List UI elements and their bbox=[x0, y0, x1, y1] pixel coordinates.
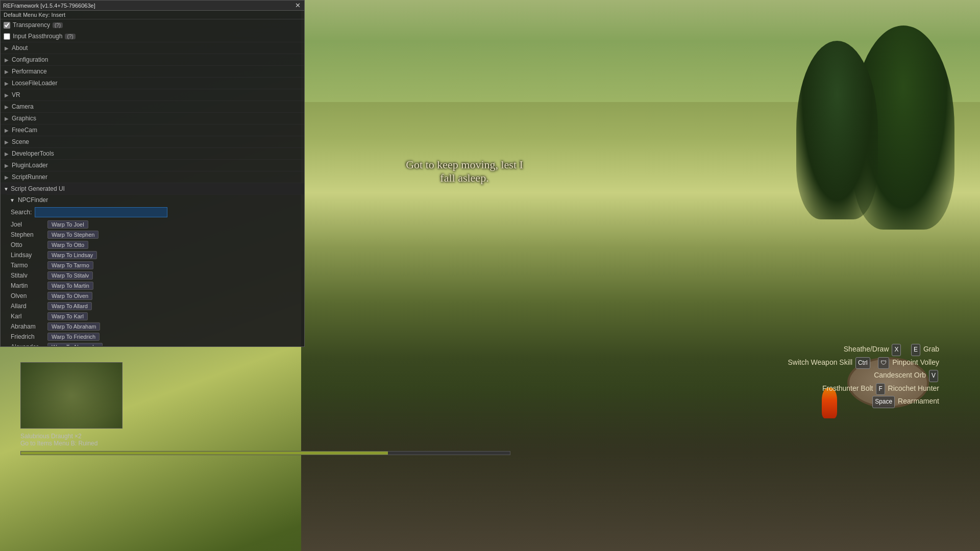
menu-item-vr[interactable]: ▶ VR bbox=[1, 89, 304, 101]
arrow-icon-camera: ▶ bbox=[5, 104, 9, 110]
arrow-icon-loosefileloader: ▶ bbox=[5, 81, 9, 86]
list-item: Stitalv Warp To Stitalv bbox=[7, 270, 304, 281]
arrow-icon-performance: ▶ bbox=[5, 69, 9, 74]
arrow-icon-about: ▶ bbox=[5, 45, 9, 51]
npc-name-martin: Martin bbox=[11, 282, 47, 289]
menu-item-about[interactable]: ▶ About bbox=[1, 42, 304, 54]
arrow-icon-developertools: ▶ bbox=[5, 151, 9, 157]
warp-button-alexander[interactable]: Warp To Alexander bbox=[47, 343, 103, 346]
menu-item-freecam[interactable]: ▶ FreeCam bbox=[1, 124, 304, 136]
window-title: REFramework [v1.5.4+75-7966063e] bbox=[3, 3, 95, 9]
hud-grab-label: Grab bbox=[923, 345, 939, 353]
hud-sheathe-row: Sheathe/Draw X E Grab bbox=[788, 343, 939, 356]
input-passthrough-hint: (?) bbox=[65, 34, 75, 39]
hud-overlay: Sheathe/Draw X E Grab Switch Weapon Skil… bbox=[788, 343, 939, 408]
search-label: Search: bbox=[11, 209, 32, 216]
hud-frosthunter-label: Frosthunter Bolt bbox=[822, 384, 873, 392]
default-menu-key: Default Menu Key: Insert bbox=[1, 11, 304, 19]
arrow-icon-npcfinder: ▼ bbox=[10, 197, 15, 203]
warp-button-joel[interactable]: Warp To Joel bbox=[47, 220, 88, 229]
warp-button-allard[interactable]: Warp To Allard bbox=[47, 302, 92, 310]
script-generated-ui-label: Script Generated UI bbox=[11, 185, 65, 192]
menu-label-about: About bbox=[12, 44, 28, 52]
hud-weapon-skill-label: Switch Weapon Skill bbox=[788, 358, 852, 366]
list-item: Martin Warp To Martin bbox=[7, 281, 304, 291]
hud-shield-icon: 🛡 bbox=[878, 357, 889, 369]
transparency-row[interactable]: Transparency (?) bbox=[1, 19, 304, 31]
input-passthrough-label: Input Passthrough bbox=[13, 33, 62, 40]
warp-button-tarmo[interactable]: Warp To Tarmo bbox=[47, 261, 93, 269]
menu-label-performance: Performance bbox=[12, 68, 47, 75]
warp-button-karl[interactable]: Warp To Karl bbox=[47, 312, 88, 320]
hud-candescent-label: Candescent Orb bbox=[874, 371, 926, 379]
reframework-panel: REFramework [v1.5.4+75-7966063e] ✕ Defau… bbox=[0, 0, 305, 347]
game-subtitle: Got to keep moving, lest I fall asleep. bbox=[322, 158, 607, 185]
menu-label-pluginloader: PluginLoader bbox=[12, 162, 48, 169]
menu-item-pluginloader[interactable]: ▶ PluginLoader bbox=[1, 159, 304, 171]
arrow-icon-graphics: ▶ bbox=[5, 116, 9, 121]
menu-label-freecam: FreeCam bbox=[12, 127, 37, 134]
script-generated-ui-header[interactable]: ▼ Script Generated UI bbox=[1, 183, 304, 194]
bottom-bar-line1: Salubrious Draught ×2 bbox=[20, 433, 490, 440]
menu-label-developertools: DeveloperTools bbox=[12, 150, 54, 157]
npc-name-stitalv: Stitalv bbox=[11, 272, 47, 279]
menu-item-performance[interactable]: ▶ Performance bbox=[1, 65, 304, 77]
npc-name-joel: Joel bbox=[11, 221, 47, 228]
menu-item-configuration[interactable]: ▶ Configuration bbox=[1, 54, 304, 65]
minimap-inner bbox=[21, 363, 122, 428]
menu-label-configuration: Configuration bbox=[12, 56, 48, 63]
menu-item-camera[interactable]: ▶ Camera bbox=[1, 101, 304, 112]
hud-ricochet-label: Ricochet Hunter bbox=[888, 384, 939, 392]
warp-button-lindsay[interactable]: Warp To Lindsay bbox=[47, 251, 97, 259]
bottom-bar-line2: Go to Items Menu B: Ruined bbox=[20, 440, 490, 447]
list-item: Friedrich Warp To Friedrich bbox=[7, 332, 304, 342]
list-item: Alexander Warp To Alexander bbox=[7, 342, 304, 346]
warp-button-abraham[interactable]: Warp To Abraham bbox=[47, 322, 100, 331]
npc-name-alexander: Alexander bbox=[11, 343, 47, 346]
npc-name-tarmo: Tarmo bbox=[11, 262, 47, 269]
menu-item-scene[interactable]: ▶ Scene bbox=[1, 136, 304, 147]
hud-rearmament-label: Rearmament bbox=[898, 397, 939, 405]
hud-weapon-skill-row: Switch Weapon Skill Ctrl 🛡 Pinpoint Voll… bbox=[788, 356, 939, 369]
warp-button-otto[interactable]: Warp To Otto bbox=[47, 241, 88, 249]
search-input[interactable] bbox=[35, 207, 167, 217]
transparency-checkbox[interactable] bbox=[4, 22, 10, 29]
warp-button-martin[interactable]: Warp To Martin bbox=[47, 282, 93, 290]
arrow-icon-freecam: ▶ bbox=[5, 128, 9, 133]
list-item: Allard Warp To Allard bbox=[7, 301, 304, 311]
hud-sheathe-label: Sheathe/Draw bbox=[844, 345, 889, 353]
menu-item-scriptrunner[interactable]: ▶ ScriptRunner bbox=[1, 171, 304, 183]
menu-content: Transparency (?) Input Passthrough (?) ▶… bbox=[1, 19, 304, 346]
hud-key-f: F bbox=[876, 383, 885, 395]
transparency-hint: (?) bbox=[53, 22, 63, 28]
input-passthrough-checkbox[interactable] bbox=[4, 33, 10, 40]
hud-candescent-row: Candescent Orb V bbox=[788, 369, 939, 382]
list-item: Otto Warp To Otto bbox=[7, 240, 304, 250]
hud-pinpoint-label: Pinpoint Volley bbox=[892, 358, 939, 366]
list-item: Tarmo Warp To Tarmo bbox=[7, 260, 304, 270]
warp-button-stephen[interactable]: Warp To Stephen bbox=[47, 231, 99, 239]
hud-frosthunter-row: Frosthunter Bolt F Ricochet Hunter bbox=[788, 382, 939, 395]
hud-rearmament-row: Space Rearmament bbox=[788, 395, 939, 408]
menu-item-loosefileloader[interactable]: ▶ LooseFileLoader bbox=[1, 77, 304, 89]
close-button[interactable]: ✕ bbox=[294, 2, 302, 9]
arrow-icon-configuration: ▶ bbox=[5, 57, 9, 63]
xp-bar bbox=[20, 451, 510, 455]
npcfinder-header[interactable]: ▼ NPCFinder bbox=[7, 194, 304, 205]
warp-button-olven[interactable]: Warp To Olven bbox=[47, 292, 92, 300]
transparency-label: Transparency bbox=[13, 21, 50, 29]
list-item: Stephen Warp To Stephen bbox=[7, 230, 304, 240]
list-item: Joel Warp To Joel bbox=[7, 219, 304, 230]
menu-label-scene: Scene bbox=[12, 138, 29, 145]
npc-name-abraham: Abraham bbox=[11, 323, 47, 330]
bottom-bar: Salubrious Draught ×2 Go to Items Menu B… bbox=[0, 431, 510, 449]
arrow-icon-scene: ▶ bbox=[5, 139, 9, 145]
hud-key-space: Space bbox=[872, 396, 895, 408]
xp-fill bbox=[21, 452, 388, 455]
warp-button-friedrich[interactable]: Warp To Friedrich bbox=[47, 333, 100, 341]
menu-item-graphics[interactable]: ▶ Graphics bbox=[1, 112, 304, 124]
warp-button-stitalv[interactable]: Warp To Stitalv bbox=[47, 271, 93, 280]
list-item: Abraham Warp To Abraham bbox=[7, 321, 304, 332]
menu-item-developertools[interactable]: ▶ DeveloperTools bbox=[1, 147, 304, 159]
input-passthrough-row[interactable]: Input Passthrough (?) bbox=[1, 31, 304, 42]
